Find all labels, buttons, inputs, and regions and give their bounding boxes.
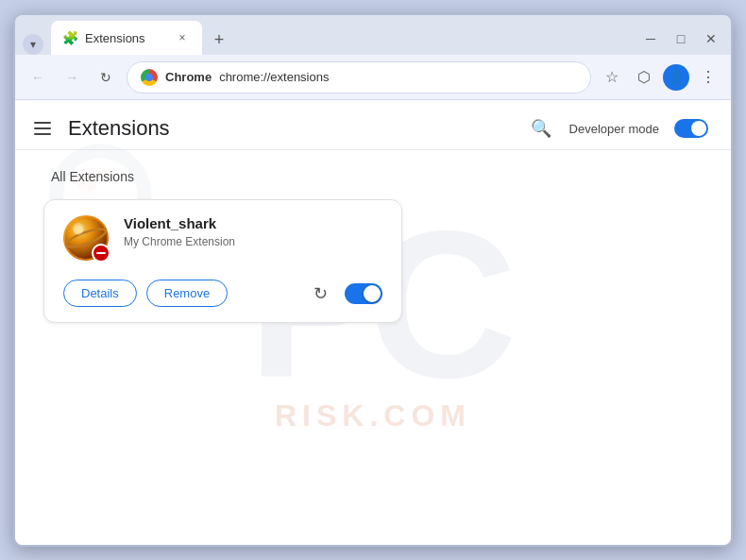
puzzle-icon: ⬡ xyxy=(637,68,651,86)
extensions-header-right: 🔍 Developer mode xyxy=(528,115,708,142)
chrome-brand-label: Chrome xyxy=(165,70,212,84)
toolbar-icons: ☆ ⬡ 👤 ⋮ xyxy=(599,64,721,91)
bookmark-button[interactable]: ☆ xyxy=(599,64,625,91)
remove-button[interactable]: Remove xyxy=(146,280,228,307)
hamburger-menu[interactable] xyxy=(30,115,57,142)
forward-button[interactable]: → xyxy=(59,64,85,91)
reload-icon: ↻ xyxy=(100,70,111,85)
bookmark-icon: ☆ xyxy=(605,68,619,86)
all-extensions-heading: All Extensions xyxy=(51,169,703,184)
svg-point-6 xyxy=(74,226,83,235)
extension-actions: ↻ xyxy=(307,280,382,307)
developer-mode-toggle[interactable] xyxy=(674,119,708,138)
search-button[interactable]: 🔍 xyxy=(528,115,554,142)
extension-name: Violent_shark xyxy=(124,215,382,231)
extension-reload-button[interactable]: ↻ xyxy=(307,280,333,307)
chevron-down-icon: ▾ xyxy=(30,38,36,51)
extensions-header-left: Extensions xyxy=(30,115,170,142)
plus-icon: + xyxy=(214,30,225,50)
active-tab[interactable]: 🧩 Extensions × xyxy=(51,21,202,55)
hamburger-line-1 xyxy=(34,122,51,124)
more-vert-icon: ⋮ xyxy=(701,68,716,86)
forward-icon: → xyxy=(65,70,78,85)
extension-icon-wrapper xyxy=(63,215,109,261)
extension-enable-toggle[interactable] xyxy=(345,283,382,304)
tab-title: Extensions xyxy=(85,31,166,45)
tab-close-button[interactable]: × xyxy=(174,29,191,46)
extension-description: My Chrome Extension xyxy=(124,235,382,248)
back-button[interactable]: ← xyxy=(25,64,51,91)
main-area: All Extensions xyxy=(15,150,731,545)
developer-mode-label: Developer mode xyxy=(569,122,659,136)
page-title: Extensions xyxy=(68,116,170,141)
chrome-logo-icon xyxy=(141,69,158,86)
extension-info: Violent_shark My Chrome Extension xyxy=(124,215,382,248)
details-button[interactable]: Details xyxy=(63,280,137,307)
chrome-menu-button[interactable]: ⋮ xyxy=(695,64,721,91)
person-icon: 👤 xyxy=(669,70,685,85)
extensions-menu-button[interactable]: ⬡ xyxy=(631,64,657,91)
tab-dropdown-btn[interactable]: ▾ xyxy=(23,34,43,55)
url-text: chrome://extensions xyxy=(219,70,577,84)
search-icon: 🔍 xyxy=(531,118,551,139)
tab-bar: ▾ 🧩 Extensions × + ─ □ ✕ xyxy=(15,15,731,55)
tab-favicon: 🧩 xyxy=(62,30,77,45)
hamburger-line-3 xyxy=(34,133,51,135)
extension-buttons: Details Remove xyxy=(63,280,228,307)
close-window-button[interactable]: ✕ xyxy=(699,26,723,51)
maximize-button[interactable]: □ xyxy=(669,26,693,51)
close-icon: × xyxy=(178,31,185,44)
new-tab-button[interactable]: + xyxy=(206,26,232,53)
extension-card-top: Violent_shark My Chrome Extension xyxy=(63,215,382,261)
minimize-button[interactable]: ─ xyxy=(638,26,663,51)
back-icon: ← xyxy=(31,70,44,85)
reload-button[interactable]: ↻ xyxy=(93,64,119,91)
reload-icon: ↻ xyxy=(314,283,328,304)
hamburger-line-2 xyxy=(34,127,51,129)
page-content: PC RISK.COM Extensions 🔍 Developer mode xyxy=(15,100,731,545)
address-bar: ← → ↻ Chrome chrome://extensions ☆ ⬡ 👤 ⋮ xyxy=(15,55,731,100)
extension-card-bottom: Details Remove ↻ xyxy=(63,280,382,307)
extension-card: Violent_shark My Chrome Extension Detail… xyxy=(43,199,402,323)
browser-window: ▾ 🧩 Extensions × + ─ □ ✕ ← → ↻ xyxy=(13,13,733,547)
extensions-header: Extensions 🔍 Developer mode xyxy=(15,100,731,150)
extension-badge xyxy=(92,244,110,263)
tab-bar-left: ▾ xyxy=(23,34,43,55)
url-bar[interactable]: Chrome chrome://extensions xyxy=(127,61,591,93)
profile-avatar[interactable]: 👤 xyxy=(663,64,689,91)
